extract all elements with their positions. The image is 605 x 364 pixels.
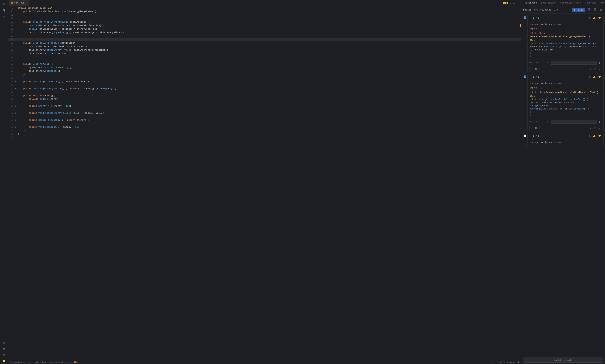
modify-send-2[interactable]: ▶ [598, 120, 602, 123]
sidebar-icon-file[interactable] [1, 1, 7, 7]
code-line-36: 36 System.out.println("Refueling"); [8, 66, 521, 69]
code-line-13: 13 public Car(double location, double en… [8, 10, 521, 13]
run-delete-1[interactable] [598, 67, 602, 71]
code-line-35: 35 public void refuel() { [8, 62, 521, 66]
test-checkbox-1[interactable] [524, 16, 526, 19]
nav-copy-3[interactable]: ⧉ [588, 134, 591, 138]
breadcrumb-java[interactable]: java [42, 361, 46, 363]
modify-section-1: Modify with LLM: ▾ ▶ [528, 60, 604, 66]
sidebar-icon-git[interactable] [1, 346, 7, 352]
nav-prev-3[interactable]: ‹ [529, 134, 532, 138]
nav-copy-1[interactable]: ⧉ [588, 16, 591, 20]
sidebar-icon-terminal[interactable]: ⊡ [1, 340, 7, 346]
left-sidebar: ··· ⊡ 🔔 [0, 0, 8, 364]
svg-rect-31 [516, 3, 517, 3]
breadcrumb-src[interactable]: src [28, 361, 32, 363]
svg-rect-42 [600, 9, 602, 11]
run-all-button[interactable]: Run all [572, 8, 585, 12]
sidebar-icon-hierarchy[interactable] [1, 13, 7, 19]
run-delete-2[interactable] [598, 126, 602, 130]
run-play-icon-1 [531, 68, 533, 70]
expand-icon[interactable] [513, 2, 515, 4]
code-line-62: 62 [8, 122, 521, 125]
svg-rect-3 [5, 3, 5, 5]
nav-next-2[interactable]: › [540, 76, 543, 79]
run-button-1[interactable]: Run [529, 67, 540, 71]
nav-prev-2[interactable]: ‹ [529, 76, 532, 79]
test-code-3: package org.jetbrains.car; [528, 139, 604, 146]
tab-car-java[interactable]: J Car.java ✕ [9, 0, 29, 6]
code-line-68: 68 [8, 136, 521, 139]
breadcrumb-org[interactable]: org [49, 361, 52, 363]
nav-like-1[interactable]: 👍 [592, 16, 596, 20]
test-header: Passed: 0/7 Selected: 7/7 Run all [521, 6, 605, 14]
uncheck-all-button[interactable] [593, 8, 597, 12]
code-line-54: 54 [8, 108, 521, 111]
code-line-40: 40 ▶ public double getLocation() { retur… [8, 80, 521, 83]
svg-rect-44 [599, 68, 600, 69]
breadcrumb-jetbrains[interactable]: jetbrains [55, 361, 65, 363]
test-card-2: ‹ 1 / 1 › ⧉ 👍 👎 package org.jetbrains.ca… [528, 74, 604, 131]
test-checkbox-3[interactable] [524, 134, 526, 137]
code-line-59: 59 ▶ public double getEnergy() { return … [8, 118, 521, 122]
nav-dislike-2[interactable]: 👎 [597, 75, 602, 79]
breadcrumb-project[interactable]: TestAssignment [10, 361, 26, 363]
run-refresh-1[interactable]: ↻ [588, 67, 592, 71]
svg-rect-8 [3, 11, 4, 11]
delete-all-button[interactable] [599, 8, 603, 12]
code-line-49: 49 private double energy; [8, 97, 521, 101]
status-position[interactable]: 28:1 [490, 361, 494, 363]
selected-status: Selected: 7/7 [540, 9, 558, 11]
right-tab-bar: TestSpark Description Generated Tests Co… [521, 0, 605, 6]
passed-status: Passed: 0/7 [523, 9, 538, 11]
status-indent[interactable]: 4 spaces [507, 361, 516, 363]
nav-dislike-1[interactable]: 👎 [597, 16, 602, 20]
overflow-icon[interactable] [516, 2, 519, 4]
code-line-58: 58 [8, 115, 521, 118]
modify-dropdown-1[interactable]: ▾ [595, 62, 597, 64]
external-link-icon[interactable] [601, 2, 604, 4]
apply-to-test-suite-button[interactable]: Apply to test suite [523, 358, 603, 363]
breadcrumb-main[interactable]: main [35, 361, 39, 363]
tab-close-button[interactable]: ✕ [26, 2, 27, 4]
status-lock-icon[interactable] [517, 361, 519, 363]
tab-coverage[interactable]: Coverage [583, 0, 598, 6]
breadcrumb-car-pkg[interactable]: car [68, 361, 71, 363]
nav-page-2: 1 / 1 [533, 76, 539, 78]
breadcrumb-car-file[interactable]: Car [76, 361, 80, 363]
run-button-2[interactable]: Run [529, 126, 540, 130]
test-checkbox-2[interactable] [524, 76, 526, 78]
modify-input-1[interactable] [551, 61, 597, 65]
svg-rect-13 [4, 10, 5, 11]
nav-like-2[interactable]: 👍 [592, 75, 596, 79]
nav-copy-2[interactable]: ⧉ [588, 76, 591, 79]
tab-more-button[interactable] [263, 1, 269, 5]
run-refresh-2[interactable]: ↻ [588, 126, 592, 130]
collapse-icon[interactable] [509, 2, 512, 4]
run-undo-1[interactable]: ↩ [593, 67, 597, 71]
sidebar-icon-more[interactable]: ··· [1, 19, 7, 25]
nav-dislike-3[interactable]: 👎 [597, 134, 602, 138]
nav-prev-1[interactable]: ‹ [529, 16, 532, 20]
tab-testspark[interactable]: TestSpark [523, 0, 539, 6]
tab-description[interactable]: Description [539, 0, 558, 6]
modify-input-2[interactable] [551, 120, 597, 124]
tab-generated-tests[interactable]: Generated Tests [558, 0, 583, 6]
code-editor[interactable]: 3 public abstract class Car { 13 public … [8, 6, 521, 360]
sidebar-icon-notification[interactable]: 🔔 [1, 358, 7, 364]
run-undo-2[interactable]: ↩ [593, 126, 597, 130]
nav-like-3[interactable]: 👍 [592, 134, 596, 138]
modify-send-1[interactable]: ▶ [598, 61, 602, 65]
status-encoding[interactable]: UTF-8 [500, 361, 505, 363]
status-line-ending[interactable]: LF [496, 361, 498, 363]
check-all-button[interactable] [587, 8, 591, 12]
sidebar-icon-structure[interactable] [1, 7, 7, 13]
sidebar-icon-run[interactable] [1, 352, 7, 358]
nav-next-3[interactable]: › [540, 134, 543, 138]
nav-page-1: 1 / 1 [533, 17, 539, 19]
code-line-55: 55 ▶ public void reduceEnergy(double val… [8, 111, 521, 115]
svg-rect-33 [518, 3, 519, 3]
svg-rect-19 [3, 16, 4, 17]
modify-dropdown-2[interactable]: ▾ [595, 120, 597, 123]
nav-next-1[interactable]: › [540, 16, 543, 20]
